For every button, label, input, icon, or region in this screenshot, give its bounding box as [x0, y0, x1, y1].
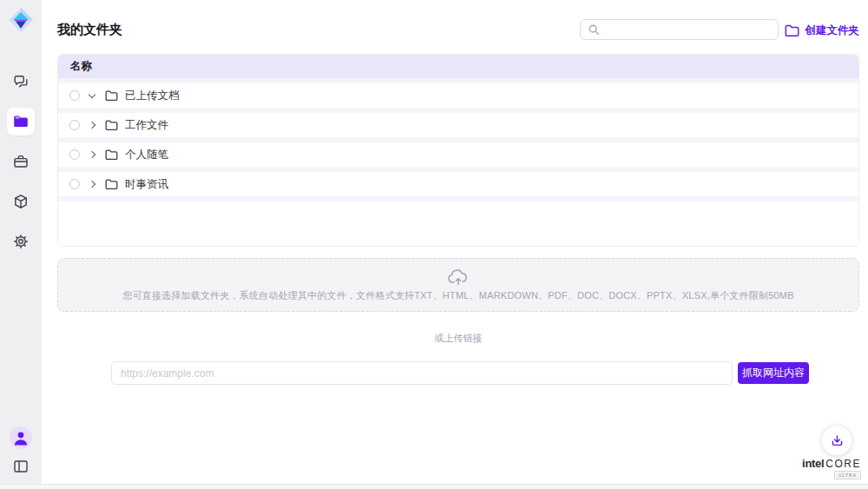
row-checkbox[interactable] — [69, 120, 80, 130]
create-folder-label: 创建文件夹 — [806, 23, 860, 38]
folder-icon — [105, 149, 118, 161]
folder-rows: 已上传文档 工作文件 个人随笔 — [58, 78, 858, 202]
row-label: 时事资讯 — [125, 177, 168, 192]
page-title: 我的文件夹 — [57, 22, 122, 38]
row-label: 个人随笔 — [125, 148, 168, 162]
fetch-url-button[interactable]: 抓取网址内容 — [738, 362, 809, 384]
chevron-icon — [89, 122, 95, 129]
ultra-badge: ultra — [834, 471, 861, 479]
folder-row[interactable]: 个人随笔 — [58, 142, 858, 167]
folder-row[interactable]: 工作文件 — [58, 113, 858, 137]
expand-toggle[interactable] — [84, 122, 100, 128]
app-logo — [8, 7, 34, 33]
user-avatar[interactable] — [10, 426, 32, 449]
cloud-upload-icon — [447, 268, 470, 287]
sidebar — [0, 0, 42, 489]
folder-icon — [13, 115, 29, 129]
upload-dropzone[interactable]: 您可直接选择加载文件夹，系统自动处理其中的文件，文件格式支持TXT、HTML、M… — [57, 258, 859, 312]
expand-toggle[interactable] — [84, 152, 100, 157]
create-folder-button[interactable]: 创建文件夹 — [785, 22, 860, 39]
row-checkbox[interactable] — [69, 149, 80, 160]
sidebar-item-models[interactable] — [7, 188, 35, 215]
search-icon — [588, 23, 600, 36]
chevron-icon — [89, 91, 95, 98]
url-input[interactable] — [111, 361, 733, 385]
chevron-icon — [89, 181, 95, 188]
folder-icon — [105, 90, 118, 102]
sidebar-item-settings[interactable] — [7, 228, 35, 255]
column-name-header: 名称 — [70, 59, 92, 74]
upload-hint: 您可直接选择加载文件夹，系统自动处理其中的文件，文件格式支持TXT、HTML、M… — [122, 289, 793, 302]
intel-core-ultra-logo: intel core ultra — [802, 457, 861, 479]
chevron-icon — [89, 151, 95, 158]
folder-row[interactable]: 已上传文档 — [58, 83, 858, 108]
or-upload-link-label: 或上传链接 — [57, 332, 859, 345]
download-button[interactable] — [821, 425, 852, 456]
sidebar-item-chat[interactable] — [7, 68, 35, 96]
row-checkbox[interactable] — [69, 90, 80, 101]
table-empty-area — [58, 202, 858, 246]
folder-table: 名称 已上传文档 工作文件 — [57, 54, 859, 247]
gear-icon — [12, 233, 30, 250]
folder-row[interactable]: 时事资讯 — [58, 172, 858, 196]
chat-icon — [12, 73, 30, 90]
cube-icon — [12, 193, 30, 210]
row-checkbox[interactable] — [69, 179, 80, 189]
create-folder-icon — [785, 24, 799, 37]
search-input[interactable] — [605, 20, 778, 39]
search-box[interactable] — [580, 19, 779, 40]
row-label: 已上传文档 — [125, 89, 180, 103]
download-icon — [830, 433, 845, 448]
sidebar-item-workspace[interactable] — [7, 148, 35, 175]
core-brand-text: core — [825, 458, 861, 470]
intel-brand-text: intel — [802, 457, 824, 470]
expand-toggle[interactable] — [84, 94, 100, 97]
row-label: 工作文件 — [125, 118, 168, 133]
sidebar-item-folders[interactable] — [7, 108, 35, 135]
briefcase-icon — [12, 153, 30, 170]
table-header: 名称 — [58, 55, 858, 78]
collapse-panel-icon[interactable] — [12, 458, 30, 475]
window-bottom-edge — [0, 484, 868, 489]
folder-icon — [105, 120, 118, 131]
folder-icon — [105, 179, 118, 190]
expand-toggle[interactable] — [84, 182, 100, 187]
